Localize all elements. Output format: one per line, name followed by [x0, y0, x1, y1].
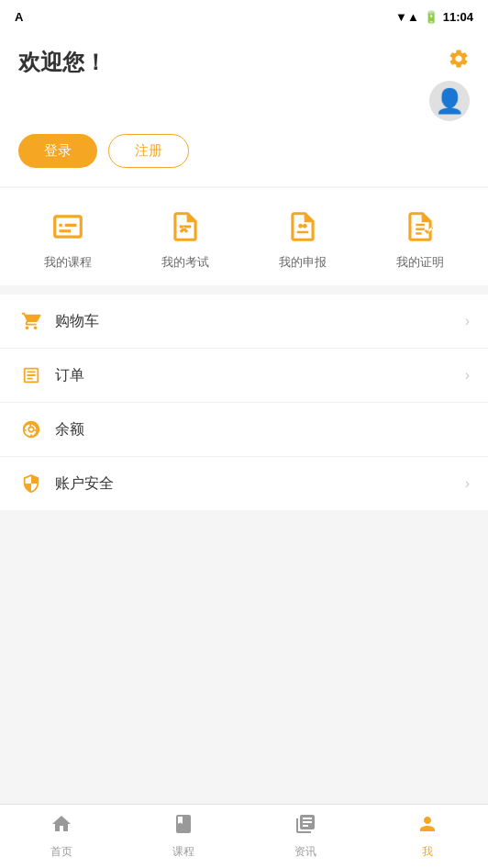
nav-item-news[interactable]: 资讯: [244, 805, 366, 868]
my-cert-label: 我的证明: [396, 254, 444, 271]
my-course-icon: [48, 206, 88, 247]
settings-button[interactable]: [448, 48, 470, 73]
gear-icon: [448, 48, 470, 70]
grid-item-my-cert[interactable]: 我的证明: [361, 206, 479, 271]
my-exam-label: 我的考试: [161, 254, 209, 271]
home-icon: [50, 813, 72, 840]
empty-area: [0, 510, 488, 804]
signal-icon: ▼▲: [395, 10, 419, 24]
my-course-label: 我的课程: [44, 254, 92, 271]
nav-news-label: 资讯: [294, 844, 316, 860]
my-report-icon: [283, 206, 323, 247]
avatar-button[interactable]: 👤: [429, 81, 470, 121]
my-cert-icon: [400, 206, 440, 247]
nav-item-home[interactable]: 首页: [0, 805, 122, 868]
grid-section: 我的课程 我的考试 我的申报 我的证明: [0, 188, 488, 285]
my-report-label: 我的申报: [279, 254, 327, 271]
header-section: 欢迎您！ 👤 登录 注册: [0, 33, 488, 186]
balance-icon: [18, 419, 44, 440]
battery-icon: 🔋: [424, 10, 438, 24]
status-bar: A ▼▲ 🔋 11:04: [0, 0, 488, 33]
status-app-icon: A: [15, 10, 23, 24]
menu-item-security[interactable]: 账户安全 ›: [0, 457, 488, 510]
security-arrow: ›: [465, 475, 470, 492]
order-arrow: ›: [465, 367, 470, 384]
me-icon: [416, 813, 438, 840]
menu-list: 购物车 › 订单 › 余额: [0, 295, 488, 510]
bottom-nav: 首页 课程 资讯 我: [0, 804, 488, 868]
main-content: 欢迎您！ 👤 登录 注册: [0, 33, 488, 804]
menu-item-balance[interactable]: 余额: [0, 403, 488, 457]
welcome-text: 欢迎您！: [18, 48, 106, 77]
nav-item-me[interactable]: 我: [366, 805, 488, 868]
cart-label: 购物车: [55, 312, 465, 331]
nav-home-label: 首页: [50, 844, 72, 860]
grid-item-my-exam[interactable]: 我的考试: [127, 206, 244, 271]
grid-item-my-course[interactable]: 我的课程: [9, 206, 127, 271]
register-button[interactable]: 注册: [108, 134, 189, 168]
cart-icon: [18, 311, 44, 331]
grid-item-my-report[interactable]: 我的申报: [244, 206, 361, 271]
avatar-icon: 👤: [435, 87, 464, 116]
news-icon: [294, 813, 316, 840]
login-button[interactable]: 登录: [18, 134, 97, 168]
order-label: 订单: [55, 366, 465, 385]
security-icon: [18, 473, 44, 494]
time-display: 11:04: [443, 10, 473, 24]
nav-item-course[interactable]: 课程: [122, 805, 244, 868]
header-top: 欢迎您！ 👤: [18, 48, 470, 121]
header-actions: 👤: [429, 48, 470, 121]
order-icon: [18, 365, 44, 385]
cart-arrow: ›: [465, 313, 470, 329]
menu-item-order[interactable]: 订单 ›: [0, 349, 488, 403]
security-label: 账户安全: [55, 474, 465, 494]
balance-label: 余额: [55, 420, 470, 440]
auth-buttons: 登录 注册: [18, 134, 470, 168]
nav-course-label: 课程: [172, 844, 194, 860]
status-right: ▼▲ 🔋 11:04: [395, 10, 473, 24]
menu-item-cart[interactable]: 购物车 ›: [0, 295, 488, 349]
nav-me-label: 我: [422, 844, 433, 860]
course-icon: [172, 813, 194, 840]
my-exam-icon: [165, 206, 205, 247]
